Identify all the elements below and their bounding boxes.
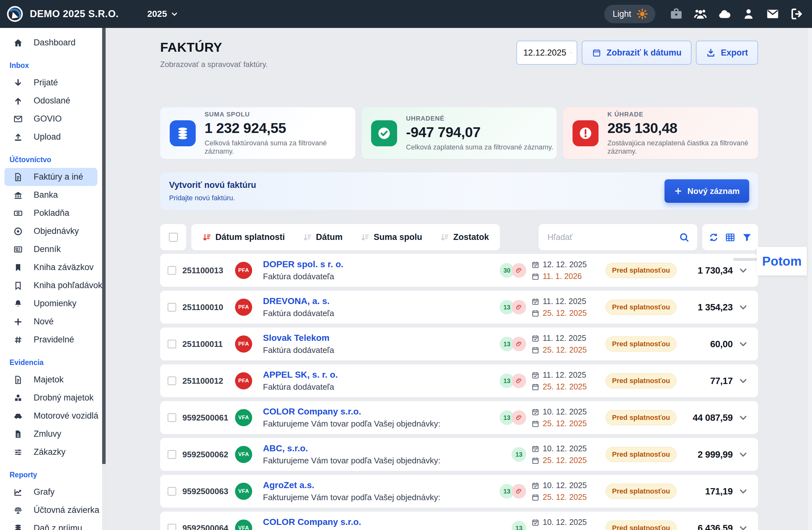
bookmark-icon: [13, 281, 23, 290]
sort-button-zostatok[interactable]: Zostatok: [440, 232, 489, 242]
sidebar-item-dashboard[interactable]: Dashboard: [0, 34, 97, 52]
alert-circle-icon: [578, 126, 593, 141]
attachment-badge[interactable]: [512, 484, 526, 499]
mail-icon[interactable]: [766, 7, 780, 21]
sidebar-item-zmluvy[interactable]: Zmluvy: [0, 425, 97, 443]
sidebar-item-drobn-majetok[interactable]: Drobný majetok: [0, 389, 97, 407]
summary-card-description: Celková faktúrovaná suma za filtrované z…: [205, 139, 355, 156]
sidebar-item-nov-[interactable]: Nové: [0, 313, 97, 331]
refresh-icon[interactable]: [708, 232, 719, 243]
attachment-badge[interactable]: [512, 263, 526, 278]
sidebar-item-kniha-poh-ad-vok[interactable]: Kniha pohľadávok: [0, 276, 97, 295]
check-circle-icon: [377, 126, 391, 141]
expand-row-chevron[interactable]: [738, 412, 749, 423]
sidebar-item-motorov-vozidl-[interactable]: Motorové vozidlá: [0, 407, 97, 425]
show-to-date-button[interactable]: Zobraziť k dátumu: [582, 41, 692, 65]
sort-button-d-tum[interactable]: Dátum: [303, 232, 343, 242]
sort-button-d-tum-splatnosti[interactable]: Dátum splatnosti: [202, 232, 285, 242]
expand-row-chevron[interactable]: [738, 523, 749, 530]
company-link[interactable]: ABC, s.r.o.: [263, 443, 485, 454]
sidebar-item-da-z-pr-jmu[interactable]: Daň z príjmu: [0, 519, 97, 530]
bank-icon: [13, 190, 23, 200]
row-checkbox[interactable]: [168, 524, 176, 530]
doc-type-badge: VFA: [235, 483, 252, 500]
expand-row-chevron[interactable]: [738, 486, 749, 497]
sidebar-item-poklad-a[interactable]: Pokladňa: [0, 204, 97, 222]
year-selector[interactable]: 2025: [147, 9, 178, 19]
attachment-badge[interactable]: [512, 374, 526, 388]
search-icon[interactable]: [679, 232, 690, 243]
company-link[interactable]: DREVONA, a. s.: [263, 296, 485, 306]
page-scrollbar[interactable]: [807, 28, 812, 530]
company-link[interactable]: COLOR Company s.r.o.: [263, 517, 485, 527]
sidebar-item-govio[interactable]: GOVIO: [0, 110, 97, 128]
row-checkbox[interactable]: [168, 377, 176, 385]
new-record-button[interactable]: Nový záznam: [665, 179, 749, 203]
bookmark-fill-icon: [13, 263, 23, 272]
users-icon[interactable]: [693, 7, 707, 21]
issue-date: 10. 12. 2025: [543, 518, 587, 527]
sidebar-item-objedn-vky[interactable]: Objednávky: [0, 222, 97, 240]
sidebar-item-kniha-z-v-zkov[interactable]: Kniha záväzkov: [0, 258, 97, 276]
table-actions: [702, 224, 758, 250]
company-link[interactable]: AgroZet a.s.: [263, 480, 485, 490]
sidebar-item-denn-k[interactable]: Denník: [0, 240, 97, 258]
row-checkbox[interactable]: [168, 487, 176, 496]
row-checkbox[interactable]: [168, 414, 176, 422]
invoice-row: 251100012PFAAPPEL SK, s. r. o.Faktúra do…: [160, 364, 758, 397]
sort-button-suma-spolu[interactable]: Suma spolu: [360, 232, 422, 242]
sidebar-item-fakt-ry-a-in-[interactable]: Faktúry a iné: [4, 168, 97, 186]
invoice-amount: 2 999,99: [686, 449, 733, 460]
sidebar-item-prijat-[interactable]: Prijaté: [0, 74, 97, 92]
sidebar-item-upload[interactable]: Upload: [0, 128, 97, 146]
export-button[interactable]: Export: [696, 41, 758, 65]
filter-icon[interactable]: [742, 232, 752, 243]
expand-row-chevron[interactable]: [738, 302, 749, 313]
cloud-icon[interactable]: [717, 7, 731, 21]
invoice-number: 251100010: [183, 302, 230, 312]
invoice-description: Fakturujeme Vám tovar podľa Vašej objedn…: [263, 492, 485, 502]
calendar-check-icon: [531, 518, 539, 527]
summary-card-red: K ÚHRADE285 130,48Zostávajúca nezaplaten…: [563, 107, 758, 159]
row-checkbox[interactable]: [168, 266, 176, 274]
select-all-container: [160, 224, 186, 250]
row-checkbox[interactable]: [168, 303, 176, 311]
sign-out-icon[interactable]: [790, 7, 804, 21]
row-checkbox[interactable]: [168, 340, 176, 348]
sidebar-item-banka[interactable]: Banka: [0, 186, 97, 204]
company-link[interactable]: COLOR Company s.r.o.: [263, 406, 485, 417]
expand-row-chevron[interactable]: [738, 449, 749, 460]
briefcase-icon[interactable]: [669, 7, 683, 21]
company-link[interactable]: Slovak Telekom: [263, 333, 485, 343]
row-checkbox[interactable]: [168, 450, 176, 459]
attachment-badge[interactable]: [512, 300, 526, 315]
attachment-badge[interactable]: [512, 337, 526, 351]
select-all-checkbox[interactable]: [169, 233, 178, 242]
upload-icon: [13, 132, 23, 142]
date-column: 10. 12. 202525. 12. 2025: [531, 518, 596, 530]
theme-toggle[interactable]: Light: [604, 5, 655, 23]
doc-type-badge: VFA: [235, 409, 252, 426]
sidebar-item-majetok[interactable]: Majetok: [0, 371, 97, 389]
attachment-badge[interactable]: [512, 410, 526, 425]
company-link[interactable]: APPEL SK, s. r. o.: [263, 370, 485, 380]
invoice-description: Faktúra dodávateľa: [263, 382, 485, 392]
sidebar-item-upomienky[interactable]: Upomienky: [0, 295, 97, 313]
sidebar-item-label: Nové: [34, 317, 54, 327]
sidebar-item-odoslan-[interactable]: Odoslané: [0, 92, 97, 110]
sidebar-item--tovn-z-vierka[interactable]: Účtovná závierka: [0, 501, 97, 519]
invoice-amount: 60,00: [686, 339, 733, 349]
expand-row-chevron[interactable]: [738, 339, 749, 349]
sidebar-item-label: Daň z príjmu: [34, 523, 82, 530]
expand-row-chevron[interactable]: [738, 265, 749, 276]
sidebar-item-pravideln-[interactable]: Pravidelné: [0, 331, 97, 349]
expand-row-chevron[interactable]: [738, 375, 749, 386]
sidebar-item-grafy[interactable]: Grafy: [0, 483, 97, 501]
date-input[interactable]: 12.12.2025: [517, 41, 577, 65]
table-icon[interactable]: [725, 232, 736, 243]
user-icon[interactable]: [742, 7, 756, 21]
sidebar-item-z-kazky[interactable]: Zákazky: [0, 443, 97, 461]
company-link[interactable]: DOPER spol. s r. o.: [263, 259, 485, 270]
sidebar-scrollbar[interactable]: [102, 28, 106, 530]
search-input[interactable]: [548, 232, 679, 242]
